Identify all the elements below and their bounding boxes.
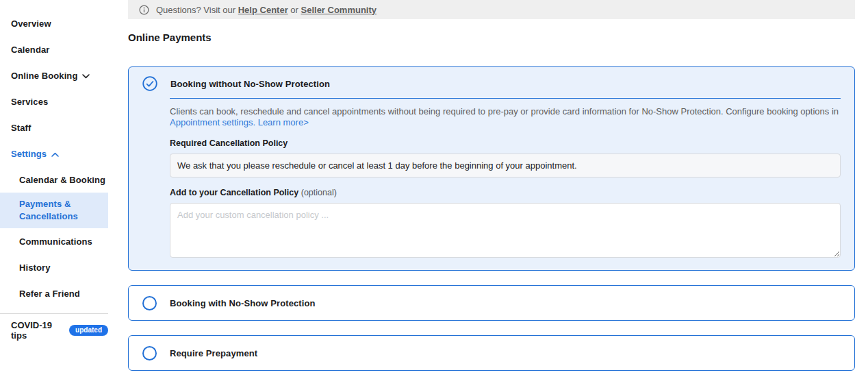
- chevron-down-icon: [82, 74, 90, 79]
- radio-selected-icon[interactable]: [142, 76, 157, 91]
- sidebar-item-label: Payments & Cancellations: [19, 198, 96, 223]
- custom-policy-label-text: Add to your Cancellation Policy: [170, 188, 298, 197]
- main-content: Questions? Visit our Help Center or Sell…: [128, 0, 868, 379]
- sidebar-item-label: Services: [11, 97, 48, 107]
- sidebar-item-label: Online Booking: [11, 71, 77, 81]
- sidebar-item-label: Overview: [11, 19, 51, 29]
- help-banner: Questions? Visit our Help Center or Sell…: [128, 0, 855, 19]
- sidebar-item-label: Refer a Friend: [19, 289, 80, 299]
- page-title: Online Payments: [128, 32, 855, 43]
- learn-more-link[interactable]: Learn more>: [258, 117, 309, 127]
- sidebar-item-calendar[interactable]: Calendar: [0, 36, 128, 62]
- sidebar-subitem-calendar-booking[interactable]: Calendar & Booking: [0, 167, 128, 193]
- banner-text-prefix: Questions? Visit our: [156, 5, 235, 15]
- required-policy-input[interactable]: [170, 154, 841, 178]
- sidebar-item-label: Communications: [19, 236, 92, 247]
- sidebar-item-staff[interactable]: Staff: [0, 114, 128, 140]
- banner-text: Questions? Visit our Help Center or Sell…: [156, 5, 376, 15]
- app-window: Overview Calendar Online Booking Service…: [0, 0, 868, 379]
- sidebar-subitem-history[interactable]: History: [0, 254, 128, 280]
- sidebar-item-online-booking[interactable]: Online Booking: [0, 62, 128, 88]
- card-divider: [170, 98, 841, 99]
- required-policy-label: Required Cancellation Policy: [170, 138, 841, 148]
- banner-text-middle: or: [290, 5, 298, 15]
- updated-badge: updated: [69, 325, 108, 336]
- custom-policy-optional-text: (optional): [301, 188, 337, 197]
- seller-community-link[interactable]: Seller Community: [301, 5, 377, 15]
- radio-unselected-icon[interactable]: [142, 296, 157, 310]
- radio-unselected-icon[interactable]: [142, 346, 157, 360]
- sidebar-item-settings[interactable]: Settings: [0, 140, 128, 167]
- sidebar-item-label: Calendar: [11, 45, 49, 55]
- option-card-booking-with-protection[interactable]: Booking with No-Show Protection: [128, 285, 855, 321]
- appointment-settings-link[interactable]: Appointment settings.: [170, 117, 255, 127]
- option-card-require-prepayment[interactable]: Require Prepayment: [128, 335, 855, 371]
- sidebar-item-overview[interactable]: Overview: [0, 10, 128, 36]
- custom-policy-textarea[interactable]: [170, 203, 841, 258]
- description-text: Clients can book, reschedule and cancel …: [170, 106, 839, 117]
- option-title: Require Prepayment: [170, 348, 257, 358]
- option-description: Clients can book, reschedule and cancel …: [170, 106, 841, 128]
- sidebar-item-label: History: [19, 262, 51, 273]
- option-title: Booking without No-Show Protection: [170, 79, 330, 89]
- option-header: Booking without No-Show Protection: [142, 76, 841, 91]
- sidebar-subitem-payments-cancellations[interactable]: Payments & Cancellations: [0, 193, 108, 228]
- sidebar-item-label: Staff: [11, 123, 31, 133]
- chevron-up-icon: [51, 152, 59, 157]
- option-body: Clients can book, reschedule and cancel …: [170, 98, 841, 258]
- sidebar-item-label: COVID-19 tips: [11, 320, 69, 341]
- sidebar-item-label: Settings: [11, 149, 47, 159]
- sidebar-subitem-refer-a-friend[interactable]: Refer a Friend: [0, 280, 128, 306]
- sidebar-item-covid-tips[interactable]: COVID-19 tips updated: [0, 320, 108, 341]
- help-center-link[interactable]: Help Center: [238, 5, 288, 15]
- option-title: Booking with No-Show Protection: [170, 298, 316, 308]
- option-card-booking-without-protection: Booking without No-Show Protection Clien…: [128, 66, 855, 271]
- sidebar-item-services[interactable]: Services: [0, 88, 128, 114]
- sidebar-item-label: Calendar & Booking: [19, 175, 105, 185]
- sidebar-subitem-communications[interactable]: Communications: [0, 228, 128, 254]
- info-icon: [139, 5, 149, 15]
- sidebar-divider: [0, 313, 108, 314]
- custom-policy-label: Add to your Cancellation Policy (optiona…: [170, 188, 841, 197]
- sidebar: Overview Calendar Online Booking Service…: [0, 0, 128, 379]
